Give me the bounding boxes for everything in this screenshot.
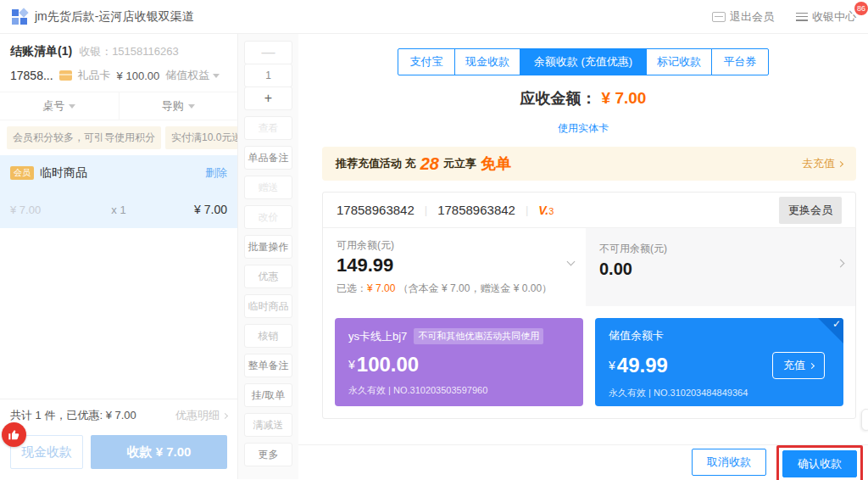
promo-full-reduce-button[interactable]: 满减送: [244, 413, 292, 437]
chevron-right-icon: [809, 362, 815, 368]
available-balance-value: 149.99: [337, 254, 572, 276]
amount-due-value: ¥ 7.00: [602, 89, 647, 107]
value-card-ys[interactable]: ys卡线上bj7 不可和其他优惠活动共同使用 ¥ 100.00 永久有效 | N…: [335, 318, 583, 406]
vip-card-icon: [712, 12, 726, 22]
discount-button[interactable]: 优惠: [244, 265, 292, 288]
selected-balance-line: 已选：¥ 7.00 （含本金 ¥ 7.00，赠送金 ¥ 0.00）: [337, 282, 572, 296]
amount-due-row: 应收金额：¥ 7.00: [298, 88, 868, 109]
tab-mark[interactable]: 标记收款: [646, 48, 712, 75]
card-name: ys卡线上bj7: [348, 329, 407, 344]
member-level: V.3: [538, 203, 554, 218]
discount-detail-link[interactable]: 优惠明细: [175, 408, 227, 423]
payment-method-tabs: 支付宝 现金收款 余额收款 (充值优惠) 标记收款 平台券: [298, 48, 868, 75]
item-name: 临时商品: [40, 165, 87, 181]
card-validity: 永久有效 | NO.310203484849364: [609, 387, 830, 399]
receive-payment-button[interactable]: 收款 ¥ 7.00: [91, 435, 227, 469]
promo-value: 28: [420, 154, 439, 174]
recharge-promo-banner: 推荐充值活动 充 28 元立享 免单 去充值: [322, 147, 856, 181]
cashier-no-label: 收银：15158116263: [79, 44, 179, 59]
floating-edge-handle[interactable]: [861, 409, 868, 431]
change-member-button[interactable]: 更换会员: [779, 197, 842, 224]
chevron-right-icon: [837, 160, 843, 166]
cancel-payment-button[interactable]: 取消收款: [692, 449, 766, 476]
cart-item-row[interactable]: 会员 临时商品 删除 ¥ 7.00 x 1 ¥ 7.00: [0, 155, 237, 228]
item-note-button[interactable]: 单品备注: [244, 146, 292, 170]
tab-alipay[interactable]: 支付宝: [398, 48, 455, 75]
quantity-minus-button[interactable]: —: [244, 41, 292, 64]
stored-value-rights-dropdown[interactable]: 储值权益: [165, 68, 220, 83]
quantity-value[interactable]: 1: [244, 64, 292, 87]
check-icon: ✓: [832, 318, 841, 330]
card-validity: 永久有效 | NO.310203503597960: [348, 384, 570, 397]
checkout-list-title: 结账清单(1): [10, 44, 72, 59]
tab-cash[interactable]: 现金收款: [454, 48, 520, 75]
gift-card-label: 礼品卡: [78, 68, 111, 83]
cashier-center-button[interactable]: 收银中心 86: [796, 9, 856, 25]
thumbs-up-icon: [8, 428, 20, 441]
menu-icon: [796, 13, 808, 21]
available-balance-label: 可用余额(元): [337, 238, 572, 253]
promo-middle: 元立享: [443, 156, 476, 171]
tab-balance[interactable]: 余额收款 (充值优惠): [520, 48, 647, 75]
cart-summary-text: 共计 1 件，已优惠: ¥ 7.00: [10, 408, 136, 423]
member-balance-box: 17858963842 | 17858963842 | V.3 更换会员 可用余…: [322, 192, 856, 419]
payment-panel: 支付宝 现金收款 余额收款 (充值优惠) 标记收款 平台券 应收金额：¥ 7.0…: [298, 34, 868, 479]
selected-amount: ¥ 7.00: [367, 282, 395, 294]
tip-coupon: 实付满10.0元送优惠券，: [165, 126, 237, 149]
window-title: jm先货后款-运河店收银双渠道: [35, 9, 193, 25]
available-balance-section[interactable]: 可用余额(元) 149.99 已选：¥ 7.00 （含本金 ¥ 7.00，赠送金…: [323, 228, 586, 306]
batch-operation-button[interactable]: 批量操作: [244, 235, 292, 259]
use-physical-card-link[interactable]: 使用实体卡: [298, 121, 868, 136]
annotation-highlight-box: 确认收款: [776, 445, 863, 480]
promo-highlight: 免单: [481, 153, 511, 174]
item-total-price: ¥ 7.00: [155, 203, 227, 216]
verify-button[interactable]: 核销: [244, 324, 292, 348]
member-price-badge: 会员: [10, 166, 34, 180]
card-name: 储值余额卡: [609, 328, 664, 343]
go-recharge-link[interactable]: 去充值: [802, 156, 843, 171]
unavailable-balance-label: 不可用余额(元): [599, 242, 842, 256]
card-balance: 100.00: [357, 353, 419, 377]
view-button[interactable]: 查看: [244, 116, 292, 140]
card-restriction-tag: 不可和其他优惠活动共同使用: [414, 328, 543, 344]
temp-item-button[interactable]: 临时商品: [244, 294, 292, 318]
thumbs-up-badge[interactable]: [2, 422, 26, 447]
promo-prefix: 推荐充值活动 充: [336, 156, 416, 171]
tab-platform-coupon[interactable]: 平台券: [711, 48, 769, 75]
chevron-down-icon: [69, 104, 75, 109]
change-price-button[interactable]: 改价: [244, 205, 292, 229]
chevron-down-icon: [188, 104, 195, 109]
gift-button[interactable]: 赠送: [244, 176, 292, 199]
delete-item-button[interactable]: 删除: [205, 165, 227, 181]
chevron-right-icon: [222, 412, 228, 418]
value-card-stored[interactable]: ✓ 储值余额卡 ¥ 49.99 充值 永久有效 | NO.31020348484…: [595, 318, 843, 406]
item-original-price: ¥ 7.00: [10, 204, 82, 216]
exit-member-button[interactable]: 退出会员: [712, 9, 774, 25]
tip-points: 会员积分较多，可引导使用积分: [7, 126, 161, 149]
selected-note: （含本金 ¥ 7.00，赠送金 ¥ 0.00）: [398, 282, 552, 294]
app-grid-logo-icon: [12, 9, 27, 25]
table-number-dropdown[interactable]: 桌号: [0, 92, 119, 120]
member-short-name: 17858...: [10, 69, 53, 82]
recharge-button[interactable]: 充值: [772, 352, 825, 379]
chevron-down-icon: [213, 74, 220, 78]
notification-badge: 86: [854, 2, 868, 15]
amount-due-label: 应收金额：: [520, 90, 597, 107]
guide-dropdown[interactable]: 导购: [119, 92, 238, 120]
tips-strip: 会员积分较多，可引导使用积分 实付满10.0元送优惠券，: [0, 120, 237, 155]
item-quantity: x 1: [82, 204, 154, 216]
top-bar: jm先货后款-运河店收银双渠道 退出会员 收银中心 86: [0, 0, 868, 34]
quantity-plus-button[interactable]: +: [244, 87, 292, 110]
member-phone: 17858963842: [337, 203, 415, 217]
payment-footer: 取消收款 确认收款: [298, 444, 868, 479]
hold-retrieve-order-button[interactable]: 挂/取单: [244, 383, 292, 407]
unavailable-balance-value: 0.00: [599, 260, 842, 279]
card-balance: 49.99: [617, 354, 668, 377]
confirm-payment-button[interactable]: 确认收款: [782, 450, 857, 477]
unavailable-balance-section[interactable]: 不可用余额(元) 0.00: [586, 228, 855, 306]
order-note-button[interactable]: 整单备注: [244, 354, 292, 377]
action-toolbar: — 1 + 查看 单品备注 赠送 改价 批量操作 优惠 临时商品 核销 整单备注…: [238, 34, 298, 479]
more-button[interactable]: 更多: [244, 443, 292, 466]
gift-card-icon: [59, 70, 72, 81]
member-nickname: 17858963842: [437, 203, 515, 217]
